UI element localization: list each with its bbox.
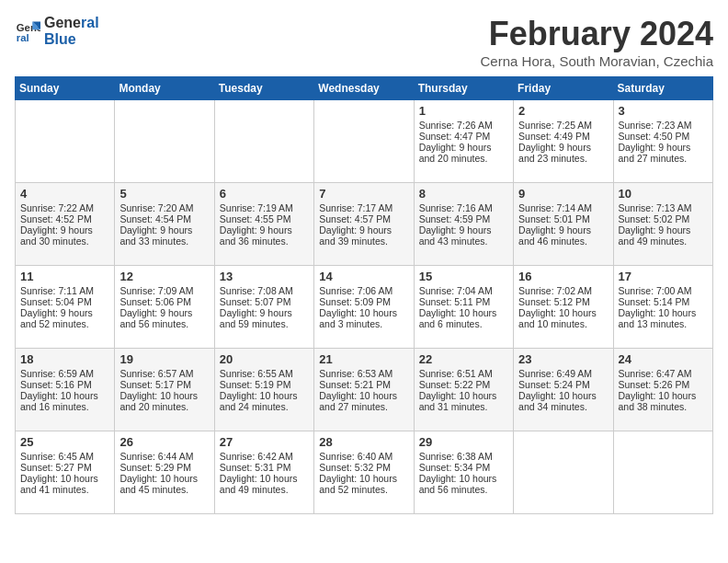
sunrise: Sunrise: 7:25 AM [518, 120, 608, 131]
daylight: Daylight: 9 hours and 52 minutes. [20, 307, 109, 329]
calendar-cell: 5Sunrise: 7:20 AMSunset: 4:54 PMDaylight… [115, 183, 214, 266]
calendar-cell: 18Sunrise: 6:59 AMSunset: 5:16 PMDayligh… [16, 349, 115, 431]
calendar-cell: 22Sunrise: 6:51 AMSunset: 5:22 PMDayligh… [414, 349, 513, 431]
calendar-cell [314, 100, 414, 183]
calendar-cell: 3Sunrise: 7:23 AMSunset: 4:50 PMDaylight… [613, 100, 712, 183]
sunset: Sunset: 4:54 PM [119, 213, 209, 224]
sunset: Sunset: 5:34 PM [419, 462, 508, 473]
sunset: Sunset: 5:09 PM [319, 296, 408, 307]
day-header-monday: Monday [115, 77, 214, 100]
daylight: Daylight: 10 hours and 56 minutes. [419, 473, 508, 495]
title-area: February 2024 Cerna Hora, South Moravian… [481, 15, 713, 69]
day-number: 17 [619, 270, 708, 283]
day-number: 4 [20, 187, 109, 201]
sunset: Sunset: 5:17 PM [119, 379, 209, 390]
calendar-cell: 23Sunrise: 6:49 AMSunset: 5:24 PMDayligh… [514, 349, 613, 431]
sunrise: Sunrise: 6:40 AM [319, 451, 408, 462]
sunset: Sunset: 5:14 PM [619, 296, 708, 307]
sunrise: Sunrise: 6:42 AM [220, 451, 309, 462]
day-number: 15 [419, 270, 508, 283]
daylight: Daylight: 10 hours and 3 minutes. [319, 307, 408, 329]
day-number: 20 [220, 352, 309, 366]
sunrise: Sunrise: 7:16 AM [419, 202, 508, 213]
sunrise: Sunrise: 7:23 AM [619, 120, 708, 131]
daylight: Daylight: 9 hours and 56 minutes. [119, 307, 209, 329]
day-number: 6 [220, 187, 309, 201]
sunset: Sunset: 5:06 PM [119, 296, 209, 307]
week-row-1: 1Sunrise: 7:26 AMSunset: 4:47 PMDaylight… [16, 100, 713, 183]
day-number: 10 [619, 187, 708, 201]
logo-icon: Gene ral [15, 18, 40, 44]
sunset: Sunset: 5:02 PM [619, 213, 708, 224]
daylight: Daylight: 9 hours and 46 minutes. [518, 224, 608, 247]
sunrise: Sunrise: 6:44 AM [119, 451, 209, 462]
calendar-cell: 29Sunrise: 6:38 AMSunset: 5:34 PMDayligh… [414, 431, 513, 514]
day-header-saturday: Saturday [613, 77, 712, 100]
sunrise: Sunrise: 6:38 AM [419, 451, 508, 462]
sunrise: Sunrise: 7:19 AM [220, 202, 309, 213]
calendar-cell: 17Sunrise: 7:00 AMSunset: 5:14 PMDayligh… [613, 266, 712, 349]
sunset: Sunset: 4:55 PM [220, 213, 309, 224]
sunrise: Sunrise: 6:49 AM [518, 368, 608, 379]
sunset: Sunset: 5:29 PM [119, 462, 209, 473]
calendar-cell [214, 100, 313, 183]
week-row-5: 25Sunrise: 6:45 AMSunset: 5:27 PMDayligh… [16, 431, 713, 514]
daylight: Daylight: 10 hours and 31 minutes. [419, 390, 508, 412]
calendar-cell: 4Sunrise: 7:22 AMSunset: 4:52 PMDaylight… [16, 183, 115, 266]
daylight: Daylight: 10 hours and 24 minutes. [220, 390, 309, 412]
sunset: Sunset: 5:21 PM [319, 379, 408, 390]
sunrise: Sunrise: 7:26 AM [419, 120, 508, 131]
daylight: Daylight: 9 hours and 20 minutes. [419, 142, 508, 164]
sunset: Sunset: 5:24 PM [518, 379, 608, 390]
calendar-cell: 14Sunrise: 7:06 AMSunset: 5:09 PMDayligh… [314, 266, 414, 349]
sunrise: Sunrise: 6:55 AM [220, 368, 309, 379]
sunset: Sunset: 5:31 PM [220, 462, 309, 473]
logo-text: General Blue [44, 15, 99, 47]
sunset: Sunset: 5:32 PM [319, 462, 408, 473]
calendar-cell [613, 431, 712, 514]
day-number: 29 [419, 435, 508, 449]
daylight: Daylight: 9 hours and 23 minutes. [518, 142, 608, 164]
sunrise: Sunrise: 7:13 AM [619, 202, 708, 213]
day-header-sunday: Sunday [16, 77, 115, 100]
calendar-cell: 6Sunrise: 7:19 AMSunset: 4:55 PMDaylight… [214, 183, 313, 266]
day-header-wednesday: Wednesday [314, 77, 414, 100]
daylight: Daylight: 10 hours and 6 minutes. [419, 307, 508, 329]
calendar-cell: 7Sunrise: 7:17 AMSunset: 4:57 PMDaylight… [314, 183, 414, 266]
sunset: Sunset: 4:59 PM [419, 213, 508, 224]
daylight: Daylight: 9 hours and 59 minutes. [220, 307, 309, 329]
daylight: Daylight: 10 hours and 10 minutes. [518, 307, 608, 329]
calendar-cell: 8Sunrise: 7:16 AMSunset: 4:59 PMDaylight… [414, 183, 513, 266]
day-number: 25 [20, 435, 109, 449]
day-number: 22 [419, 352, 508, 366]
day-number: 14 [319, 270, 408, 283]
daylight: Daylight: 9 hours and 39 minutes. [319, 224, 408, 247]
day-number: 16 [518, 270, 608, 283]
sunset: Sunset: 4:47 PM [419, 131, 508, 142]
day-number: 21 [319, 352, 408, 366]
daylight: Daylight: 10 hours and 27 minutes. [319, 390, 408, 412]
sunset: Sunset: 5:16 PM [20, 379, 109, 390]
daylight: Daylight: 10 hours and 34 minutes. [518, 390, 608, 412]
calendar-cell: 16Sunrise: 7:02 AMSunset: 5:12 PMDayligh… [514, 266, 613, 349]
day-number: 3 [619, 104, 708, 118]
day-header-tuesday: Tuesday [214, 77, 313, 100]
day-number: 8 [419, 187, 508, 201]
calendar-table: SundayMondayTuesdayWednesdayThursdayFrid… [15, 76, 713, 514]
week-row-3: 11Sunrise: 7:11 AMSunset: 5:04 PMDayligh… [16, 266, 713, 349]
daylight: Daylight: 10 hours and 49 minutes. [220, 473, 309, 495]
calendar-cell: 11Sunrise: 7:11 AMSunset: 5:04 PMDayligh… [16, 266, 115, 349]
calendar-cell: 25Sunrise: 6:45 AMSunset: 5:27 PMDayligh… [16, 431, 115, 514]
daylight: Daylight: 9 hours and 49 minutes. [619, 224, 708, 247]
location-subtitle: Cerna Hora, South Moravian, Czechia [481, 53, 713, 69]
sunrise: Sunrise: 6:51 AM [419, 368, 508, 379]
sunrise: Sunrise: 6:45 AM [20, 451, 109, 462]
sunset: Sunset: 4:57 PM [319, 213, 408, 224]
calendar-cell: 10Sunrise: 7:13 AMSunset: 5:02 PMDayligh… [613, 183, 712, 266]
day-number: 5 [119, 187, 209, 201]
daylight: Daylight: 9 hours and 27 minutes. [619, 142, 708, 164]
day-number: 9 [518, 187, 608, 201]
sunset: Sunset: 5:22 PM [419, 379, 508, 390]
sunrise: Sunrise: 7:02 AM [518, 285, 608, 296]
calendar-cell: 20Sunrise: 6:55 AMSunset: 5:19 PMDayligh… [214, 349, 313, 431]
